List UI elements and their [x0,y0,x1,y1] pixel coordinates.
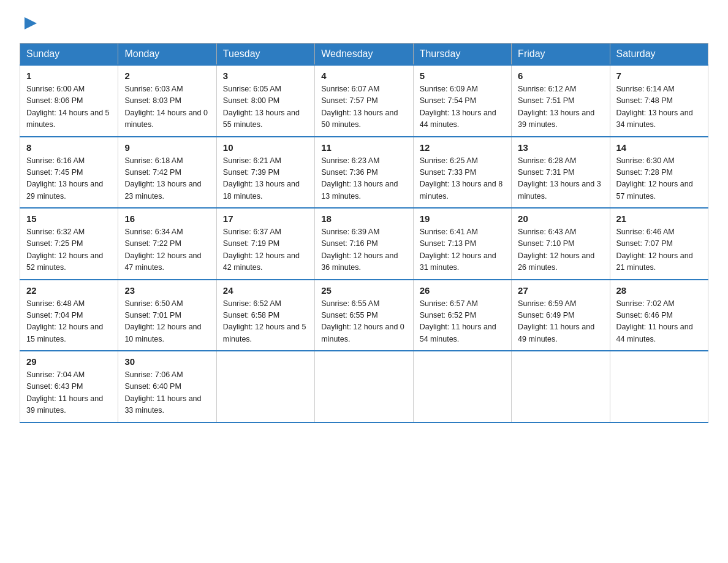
calendar-cell: 21 Sunrise: 6:46 AMSunset: 7:07 PMDaylig… [610,208,708,280]
day-number: 10 [223,142,308,153]
day-number: 30 [124,356,210,367]
calendar-cell [610,351,708,423]
day-info: Sunrise: 6:16 AMSunset: 7:45 PMDaylight:… [26,156,103,201]
calendar-cell [216,351,314,423]
calendar-week-row: 15 Sunrise: 6:32 AMSunset: 7:25 PMDaylig… [20,208,708,280]
calendar-table: SundayMondayTuesdayWednesdayThursdayFrid… [20,43,708,423]
calendar-cell: 11 Sunrise: 6:23 AMSunset: 7:36 PMDaylig… [315,137,413,209]
day-number: 4 [321,71,406,81]
day-number: 6 [518,71,603,81]
day-info: Sunrise: 6:41 AMSunset: 7:13 PMDaylight:… [420,228,496,272]
day-number: 9 [124,142,210,153]
calendar-week-row: 1 Sunrise: 6:00 AMSunset: 8:06 PMDayligh… [20,65,708,137]
weekday-header-thursday: Thursday [413,44,511,66]
day-info: Sunrise: 6:59 AMSunset: 6:49 PMDaylight:… [518,299,594,343]
calendar-cell: 27 Sunrise: 6:59 AMSunset: 6:49 PMDaylig… [512,280,610,351]
day-info: Sunrise: 6:34 AMSunset: 7:22 PMDaylight:… [124,228,201,272]
day-number: 12 [420,142,505,153]
day-info: Sunrise: 7:02 AMSunset: 6:46 PMDaylight:… [616,299,693,343]
day-number: 11 [321,142,406,153]
day-info: Sunrise: 6:18 AMSunset: 7:42 PMDaylight:… [124,156,201,201]
day-info: Sunrise: 6:52 AMSunset: 6:58 PMDaylight:… [223,299,306,343]
day-number: 27 [518,285,603,296]
calendar-cell: 30 Sunrise: 7:06 AMSunset: 6:40 PMDaylig… [118,351,216,423]
weekday-header-sunday: Sunday [20,44,118,66]
day-info: Sunrise: 6:43 AMSunset: 7:10 PMDaylight:… [518,228,594,272]
calendar-cell: 9 Sunrise: 6:18 AMSunset: 7:42 PMDayligh… [118,137,216,209]
calendar-cell: 12 Sunrise: 6:25 AMSunset: 7:33 PMDaylig… [413,137,511,209]
calendar-cell: 15 Sunrise: 6:32 AMSunset: 7:25 PMDaylig… [20,208,118,280]
weekday-header-monday: Monday [118,44,216,66]
day-number: 3 [223,71,308,81]
calendar-cell: 19 Sunrise: 6:41 AMSunset: 7:13 PMDaylig… [413,208,511,280]
calendar-cell: 28 Sunrise: 7:02 AMSunset: 6:46 PMDaylig… [610,280,708,351]
svg-marker-0 [25,17,37,29]
calendar-cell: 8 Sunrise: 6:16 AMSunset: 7:45 PMDayligh… [20,137,118,209]
day-info: Sunrise: 6:50 AMSunset: 7:01 PMDaylight:… [124,299,201,343]
weekday-header-friday: Friday [512,44,610,66]
calendar-cell: 22 Sunrise: 6:48 AMSunset: 7:04 PMDaylig… [20,280,118,351]
day-number: 14 [616,142,702,153]
day-number: 5 [420,71,505,81]
day-number: 8 [26,142,112,153]
calendar-cell: 13 Sunrise: 6:28 AMSunset: 7:31 PMDaylig… [512,137,610,209]
day-info: Sunrise: 6:00 AMSunset: 8:06 PMDaylight:… [26,85,110,129]
day-number: 18 [321,213,406,224]
calendar-cell: 14 Sunrise: 6:30 AMSunset: 7:28 PMDaylig… [610,137,708,209]
calendar-cell: 20 Sunrise: 6:43 AMSunset: 7:10 PMDaylig… [512,208,610,280]
calendar-cell: 16 Sunrise: 6:34 AMSunset: 7:22 PMDaylig… [118,208,216,280]
calendar-cell: 17 Sunrise: 6:37 AMSunset: 7:19 PMDaylig… [216,208,314,280]
day-info: Sunrise: 6:57 AMSunset: 6:52 PMDaylight:… [420,299,496,343]
weekday-header-wednesday: Wednesday [315,44,413,66]
calendar-cell: 6 Sunrise: 6:12 AMSunset: 7:51 PMDayligh… [512,65,610,137]
calendar-cell [512,351,610,423]
calendar-week-row: 29 Sunrise: 7:04 AMSunset: 6:43 PMDaylig… [20,351,708,423]
day-number: 21 [616,213,702,224]
day-info: Sunrise: 6:46 AMSunset: 7:07 PMDaylight:… [616,228,693,272]
day-number: 17 [223,213,308,224]
weekday-header-row: SundayMondayTuesdayWednesdayThursdayFrid… [20,44,708,66]
day-info: Sunrise: 7:06 AMSunset: 6:40 PMDaylight:… [124,370,201,415]
day-number: 15 [26,213,112,224]
page-header [20,15,708,32]
calendar-week-row: 8 Sunrise: 6:16 AMSunset: 7:45 PMDayligh… [20,137,708,209]
day-number: 1 [26,71,112,81]
day-info: Sunrise: 6:39 AMSunset: 7:16 PMDaylight:… [321,228,398,272]
calendar-cell: 4 Sunrise: 6:07 AMSunset: 7:57 PMDayligh… [315,65,413,137]
day-info: Sunrise: 6:30 AMSunset: 7:28 PMDaylight:… [616,156,693,201]
calendar-cell: 3 Sunrise: 6:05 AMSunset: 8:00 PMDayligh… [216,65,314,137]
weekday-header-tuesday: Tuesday [216,44,314,66]
calendar-week-row: 22 Sunrise: 6:48 AMSunset: 7:04 PMDaylig… [20,280,708,351]
calendar-cell [413,351,511,423]
day-number: 20 [518,213,603,224]
calendar-cell: 1 Sunrise: 6:00 AMSunset: 8:06 PMDayligh… [20,65,118,137]
calendar-cell: 23 Sunrise: 6:50 AMSunset: 7:01 PMDaylig… [118,280,216,351]
day-number: 13 [518,142,603,153]
day-number: 16 [124,213,210,224]
calendar-cell: 24 Sunrise: 6:52 AMSunset: 6:58 PMDaylig… [216,280,314,351]
day-number: 28 [616,285,702,296]
day-number: 22 [26,285,112,296]
calendar-cell: 10 Sunrise: 6:21 AMSunset: 7:39 PMDaylig… [216,137,314,209]
day-number: 2 [124,71,210,81]
day-info: Sunrise: 6:37 AMSunset: 7:19 PMDaylight:… [223,228,300,272]
calendar-cell [315,351,413,423]
day-number: 19 [420,213,505,224]
calendar-cell: 26 Sunrise: 6:57 AMSunset: 6:52 PMDaylig… [413,280,511,351]
day-info: Sunrise: 6:23 AMSunset: 7:36 PMDaylight:… [321,156,398,201]
day-number: 26 [420,285,505,296]
day-info: Sunrise: 6:14 AMSunset: 7:48 PMDaylight:… [616,85,693,129]
calendar-cell: 18 Sunrise: 6:39 AMSunset: 7:16 PMDaylig… [315,208,413,280]
calendar-cell: 5 Sunrise: 6:09 AMSunset: 7:54 PMDayligh… [413,65,511,137]
day-number: 23 [124,285,210,296]
day-info: Sunrise: 6:21 AMSunset: 7:39 PMDaylight:… [223,156,300,201]
weekday-header-saturday: Saturday [610,44,708,66]
logo-triangle-icon [21,15,38,32]
day-info: Sunrise: 7:04 AMSunset: 6:43 PMDaylight:… [26,370,103,415]
logo [20,15,38,32]
calendar-cell: 29 Sunrise: 7:04 AMSunset: 6:43 PMDaylig… [20,351,118,423]
day-number: 24 [223,285,308,296]
day-info: Sunrise: 6:05 AMSunset: 8:00 PMDaylight:… [223,85,300,129]
day-info: Sunrise: 6:48 AMSunset: 7:04 PMDaylight:… [26,299,103,343]
calendar-cell: 7 Sunrise: 6:14 AMSunset: 7:48 PMDayligh… [610,65,708,137]
